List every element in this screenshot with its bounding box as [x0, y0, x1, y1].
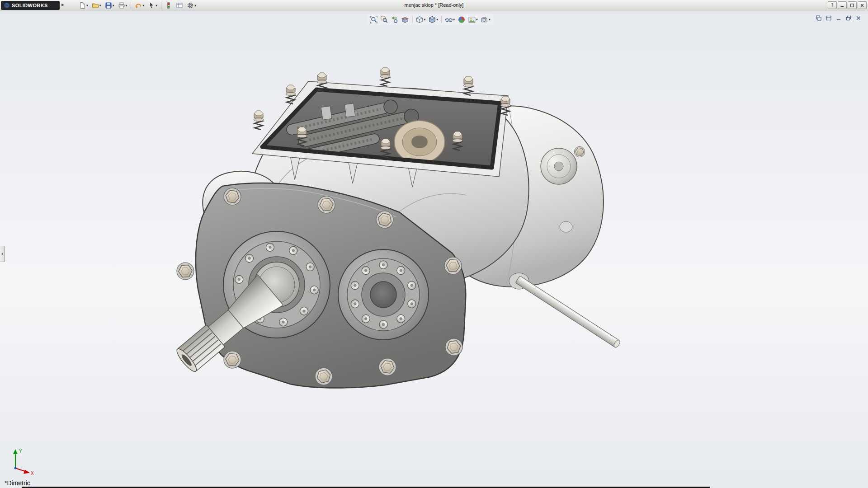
headsup-icon	[428, 16, 436, 23]
gearbox-model[interactable]	[0, 11, 868, 488]
toolbar-icon	[187, 2, 194, 9]
save-button[interactable]: ▼	[103, 1, 116, 10]
headsup-icon	[401, 16, 409, 23]
toolbar-icon	[105, 2, 112, 9]
toolbar-icon	[135, 2, 142, 9]
options-button[interactable]: ▼	[185, 1, 198, 10]
toolbar-icon	[176, 2, 183, 9]
title-bar: SOLIDWORKS ▶ ▼ ▼ ▼	[0, 0, 868, 11]
triad-y-arrow-icon[interactable]	[13, 449, 18, 454]
solidworks-logo: SOLIDWORKS	[1, 1, 60, 10]
doc-restore-button[interactable]	[844, 14, 853, 22]
heads-up-toolbar: ▼ ▼ ▼ ▼	[367, 14, 493, 25]
file-properties-button[interactable]	[174, 1, 185, 10]
display-style-button[interactable]: ▼	[427, 14, 439, 24]
dropdown-caret-icon[interactable]: ▼	[86, 5, 88, 7]
apply-scene-button[interactable]: ▼	[467, 14, 479, 24]
section-view-button[interactable]	[400, 14, 410, 24]
view-orientation-button[interactable]: ▼	[414, 14, 427, 24]
toolbar-icon	[118, 2, 125, 9]
document-window-controls	[815, 14, 863, 22]
output-shaft[interactable]	[515, 276, 621, 348]
triad-z-origin-icon[interactable]	[14, 467, 17, 469]
dropdown-caret-icon[interactable]: ▼	[424, 19, 425, 21]
countershaft-boss[interactable]	[338, 249, 429, 340]
triad-x-arrow-icon[interactable]	[24, 470, 30, 474]
titlebar-toolbar: ▼ ▼ ▼ ▼ ▼	[77, 0, 198, 10]
doc-close-button[interactable]	[854, 14, 863, 22]
select-button[interactable]: ▼	[146, 1, 159, 10]
headsup-icon	[370, 16, 377, 23]
dropdown-caret-icon[interactable]: ▼	[194, 5, 196, 7]
graphics-viewport[interactable]: ▼ ▼ ▼ ▼	[0, 11, 868, 488]
featuremanager-collapsed-tab[interactable]	[0, 246, 5, 262]
doc-minimize-button[interactable]	[835, 14, 843, 22]
triad-x-label: X	[31, 471, 34, 475]
edit-appearance-button[interactable]	[456, 14, 467, 24]
undo-button[interactable]: ▼	[133, 1, 146, 10]
headsup-icon	[380, 16, 388, 23]
dropdown-caret-icon[interactable]: ▼	[156, 5, 157, 7]
viewport-split-button[interactable]	[815, 14, 823, 22]
brand-name: SOLIDWORKS	[12, 3, 48, 8]
print-button[interactable]: ▼	[116, 1, 129, 10]
toolbar-separator	[131, 2, 131, 9]
reference-triad[interactable]: Y X	[6, 446, 38, 475]
minimize-button[interactable]	[838, 1, 847, 9]
window-controls: ?	[828, 1, 867, 9]
toolbar-separator	[412, 16, 412, 23]
dassault-3ds-icon	[4, 2, 10, 9]
triad-y-label: Y	[19, 449, 22, 454]
edit-color-button[interactable]	[163, 1, 174, 10]
dropdown-caret-icon[interactable]: ▼	[436, 19, 438, 21]
previous-view-button[interactable]	[389, 14, 400, 24]
toolbar-separator	[161, 2, 161, 9]
view-settings-button[interactable]: ▼	[479, 14, 492, 24]
toolbar-icon	[92, 2, 99, 9]
menu-flyout-arrow[interactable]: ▶	[61, 3, 64, 7]
toolbar-icon	[165, 2, 172, 9]
headsup-icon	[458, 16, 465, 23]
zoom-to-fit-button[interactable]	[368, 14, 379, 24]
zoom-to-area-button[interactable]	[379, 14, 389, 24]
toolbar-icon	[148, 2, 155, 9]
headsup-icon	[468, 16, 476, 23]
help-button[interactable]: ?	[828, 1, 837, 9]
dropdown-caret-icon[interactable]: ▼	[99, 5, 101, 7]
open-button[interactable]: ▼	[90, 1, 103, 10]
toolbar-separator	[441, 16, 442, 23]
dropdown-caret-icon[interactable]: ▼	[142, 5, 144, 7]
maximize-button[interactable]	[848, 1, 857, 9]
new-document-button[interactable]: ▼	[77, 1, 90, 10]
collapse-arrow-icon	[0, 252, 4, 256]
hide-show-items-button[interactable]: ▼	[443, 14, 456, 24]
gearbox-assembly[interactable]	[171, 67, 621, 388]
dropdown-caret-icon[interactable]: ▼	[476, 19, 478, 21]
solidworks-window: SOLIDWORKS ▶ ▼ ▼ ▼	[0, 0, 868, 488]
headsup-icon	[445, 16, 453, 23]
headsup-icon	[391, 16, 398, 23]
dropdown-caret-icon[interactable]: ▼	[489, 19, 491, 21]
dropdown-caret-icon[interactable]: ▼	[453, 19, 455, 21]
dropdown-caret-icon[interactable]: ▼	[113, 5, 114, 7]
headsup-icon	[415, 16, 423, 23]
headsup-icon	[481, 16, 488, 23]
orientation-label: *Dimetric	[5, 479, 30, 487]
viewport-pane-button[interactable]	[825, 14, 833, 22]
toolbar-icon	[79, 2, 86, 9]
window-title: menjac sklop * [Read-only]	[405, 2, 464, 8]
dropdown-caret-icon[interactable]: ▼	[126, 5, 127, 7]
close-button[interactable]	[858, 1, 867, 9]
